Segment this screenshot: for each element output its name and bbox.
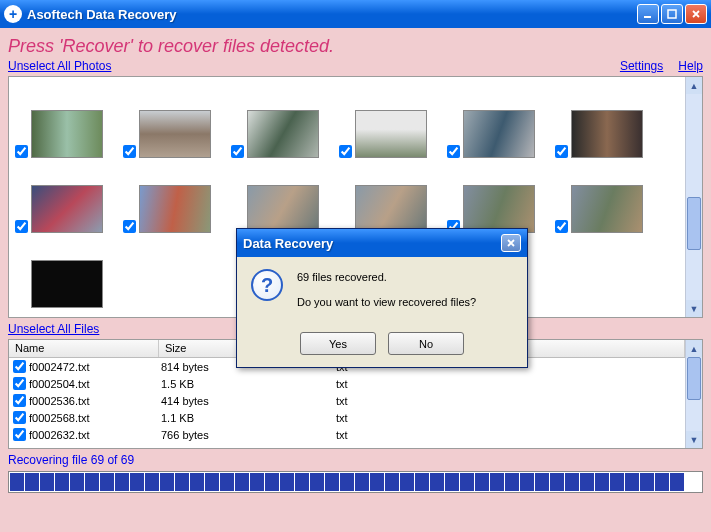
progress-segment [160, 473, 174, 491]
photo-scrollbar[interactable]: ▲ ▼ [685, 77, 702, 317]
progress-segment [265, 473, 279, 491]
scroll-thumb[interactable] [687, 357, 701, 400]
photo-item[interactable] [445, 83, 553, 158]
unselect-all-photos-link[interactable]: Unselect All Photos [8, 59, 111, 73]
progress-segment [190, 473, 204, 491]
progress-segment [280, 473, 294, 491]
file-name: f0002536.txt [29, 395, 161, 407]
progress-segment [205, 473, 219, 491]
progress-segment [40, 473, 54, 491]
progress-segment [130, 473, 144, 491]
photo-checkbox[interactable] [123, 145, 136, 158]
settings-link[interactable]: Settings [620, 59, 663, 73]
progress-segment [115, 473, 129, 491]
photo-item[interactable] [13, 233, 121, 308]
no-button[interactable]: No [388, 332, 464, 355]
close-button[interactable] [685, 4, 707, 24]
scroll-down-icon[interactable]: ▼ [686, 431, 702, 448]
maximize-button[interactable] [661, 4, 683, 24]
file-size: 766 bytes [161, 429, 336, 441]
scroll-up-icon[interactable]: ▲ [686, 77, 702, 94]
titlebar[interactable]: + Asoftech Data Recovery [0, 0, 711, 28]
progress-segment [610, 473, 624, 491]
file-extension: txt [336, 378, 481, 390]
photo-item[interactable] [229, 83, 337, 158]
progress-segment [340, 473, 354, 491]
photo-checkbox[interactable] [15, 145, 28, 158]
unselect-all-files-link[interactable]: Unselect All Files [8, 322, 99, 336]
instruction-text: Press 'Recover' to recover files detecte… [8, 36, 703, 57]
progress-bar [8, 471, 703, 493]
file-size: 1.5 KB [161, 378, 336, 390]
progress-segment [70, 473, 84, 491]
photo-thumbnail[interactable] [31, 260, 103, 308]
progress-segment [145, 473, 159, 491]
photo-item[interactable] [13, 158, 121, 233]
progress-segment [550, 473, 564, 491]
dialog-title: Data Recovery [243, 236, 501, 251]
photo-thumbnail [139, 110, 211, 158]
progress-segment [415, 473, 429, 491]
file-name: f0002472.txt [29, 361, 161, 373]
photo-checkbox[interactable] [447, 145, 460, 158]
scroll-up-icon[interactable]: ▲ [686, 340, 702, 357]
help-link[interactable]: Help [678, 59, 703, 73]
svg-rect-0 [644, 16, 651, 18]
scroll-down-icon[interactable]: ▼ [686, 300, 702, 317]
photo-item[interactable] [553, 83, 661, 158]
photo-item[interactable] [121, 83, 229, 158]
progress-segment [235, 473, 249, 491]
link-row-top: Unselect All Photos Settings Help [8, 59, 703, 73]
table-row[interactable]: f0002504.txt1.5 KBtxt [9, 375, 685, 392]
window-title: Asoftech Data Recovery [27, 7, 635, 22]
progress-segment [595, 473, 609, 491]
photo-item[interactable] [121, 158, 229, 233]
photo-checkbox[interactable] [555, 220, 568, 233]
file-checkbox[interactable] [13, 394, 26, 407]
file-name: f0002632.txt [29, 429, 161, 441]
progress-segment [400, 473, 414, 491]
file-checkbox[interactable] [13, 428, 26, 441]
file-checkbox[interactable] [13, 411, 26, 424]
photo-item[interactable] [13, 83, 121, 158]
photo-thumbnail [571, 185, 643, 233]
progress-segment [100, 473, 114, 491]
yes-button[interactable]: Yes [300, 332, 376, 355]
photo-item[interactable] [337, 83, 445, 158]
file-name: f0002504.txt [29, 378, 161, 390]
photo-item[interactable] [337, 158, 445, 233]
photo-checkbox[interactable] [123, 220, 136, 233]
dialog-line1: 69 files recovered. [297, 269, 476, 286]
table-row[interactable]: f0002632.txt766 bytestxt [9, 426, 685, 443]
photo-checkbox[interactable] [15, 220, 28, 233]
dialog-titlebar[interactable]: Data Recovery [237, 229, 527, 257]
photo-item[interactable] [229, 158, 337, 233]
file-extension: txt [336, 429, 481, 441]
col-header-name[interactable]: Name [9, 340, 159, 357]
file-checkbox[interactable] [13, 377, 26, 390]
file-name: f0002568.txt [29, 412, 161, 424]
file-checkbox[interactable] [13, 360, 26, 373]
photo-item[interactable] [553, 158, 661, 233]
files-scrollbar[interactable]: ▲ ▼ [685, 340, 702, 448]
progress-segment [520, 473, 534, 491]
photo-checkbox[interactable] [231, 145, 244, 158]
photo-thumbnail[interactable] [247, 185, 319, 233]
scroll-thumb[interactable] [687, 197, 701, 250]
progress-segment [475, 473, 489, 491]
photo-item[interactable] [445, 158, 553, 233]
table-row[interactable]: f0002536.txt414 bytestxt [9, 392, 685, 409]
file-size: 414 bytes [161, 395, 336, 407]
app-body: Press 'Recover' to recover files detecte… [0, 28, 711, 532]
table-row[interactable]: f0002568.txt1.1 KBtxt [9, 409, 685, 426]
minimize-button[interactable] [637, 4, 659, 24]
progress-segment [640, 473, 654, 491]
progress-segment [625, 473, 639, 491]
photo-thumbnail [463, 110, 535, 158]
dialog-close-button[interactable] [501, 234, 521, 252]
photo-checkbox[interactable] [339, 145, 352, 158]
photo-thumbnail[interactable] [355, 185, 427, 233]
photo-checkbox[interactable] [555, 145, 568, 158]
progress-segment [325, 473, 339, 491]
photo-thumbnail [247, 110, 319, 158]
